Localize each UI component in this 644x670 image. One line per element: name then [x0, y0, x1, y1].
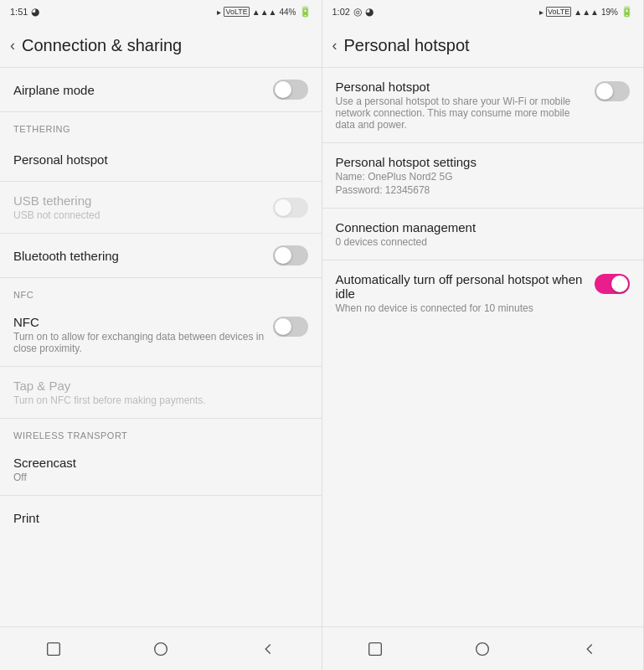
left-status-bar: 1:51 ◕ ▸ VoLTE ▲▲▲ 44% 🔋	[0, 0, 322, 23]
hotspot-main-toggle[interactable]	[595, 81, 630, 101]
instagram-icon: ◕	[365, 6, 374, 18]
print-row[interactable]: Print	[0, 496, 322, 539]
left-page-title: Connection & sharing	[22, 36, 182, 55]
connection-mgmt-row[interactable]: Connection management 0 devices connecte…	[322, 209, 644, 260]
left-back-button[interactable]: ‹	[10, 37, 15, 54]
hotspot-settings-title: Personal hotspot settings	[336, 155, 631, 169]
left-nav-bar	[0, 626, 322, 670]
right-status-bar: 1:02 ◎ ◕ ▸ VoLTE ▲▲▲ 19% 🔋	[322, 0, 644, 23]
print-title: Print	[13, 511, 308, 525]
screencast-title: Screencast	[13, 456, 308, 470]
left-content: Airplane mode TETHERING Personal hotspot…	[0, 68, 322, 626]
left-nav-back[interactable]	[255, 636, 281, 662]
screencast-row[interactable]: Screencast Off	[0, 444, 322, 495]
nfc-toggle[interactable]	[273, 317, 308, 337]
hotspot-name-line: Name: OnePlus Nord2 5G	[336, 171, 631, 183]
right-volte-icon: VoLTE	[546, 7, 571, 17]
bluetooth-tethering-toggle[interactable]	[273, 245, 308, 265]
tap-pay-title: Tap & Pay	[13, 379, 308, 393]
usb-tethering-toggle	[273, 198, 308, 218]
right-top-bar: ‹ Personal hotspot	[322, 23, 644, 67]
right-page-title: Personal hotspot	[344, 36, 470, 55]
tethering-label: TETHERING	[0, 112, 322, 137]
tap-pay-sub: Turn on NFC first before making payments…	[13, 394, 308, 406]
usb-tethering-row: USB tethering USB not connected	[0, 182, 322, 233]
battery-icon: 🔋	[299, 6, 312, 18]
left-time: 1:51	[10, 7, 28, 17]
right-time: 1:02	[332, 7, 350, 17]
right-battery-text: 19%	[601, 8, 618, 17]
wireless-label: WIRELESS TRANSPORT	[0, 419, 322, 444]
right-nav-back[interactable]	[576, 636, 603, 662]
right-content: Personal hotspot Use a personal hotspot …	[322, 68, 644, 626]
nfc-row: NFC Turn on to allow for exchanging data…	[0, 303, 322, 366]
hotspot-password-line: Password: 12345678	[336, 184, 631, 196]
hotspot-toggle-title: Personal hotspot	[336, 80, 585, 94]
usb-tethering-title: USB tethering	[13, 193, 273, 208]
battery-text: 44%	[279, 8, 296, 17]
hotspot-toggle-sub: Use a personal hotspot to share your Wi-…	[336, 95, 585, 131]
hotspot-settings-row[interactable]: Personal hotspot settings Name: OnePlus …	[322, 143, 644, 208]
right-nav-bar	[322, 626, 644, 670]
right-wifi-icon: ▸	[539, 8, 544, 17]
svg-rect-2	[369, 642, 382, 655]
right-signal-icon: ▲▲▲	[574, 8, 599, 17]
nfc-label: NFC	[0, 278, 322, 303]
airplane-mode-title: Airplane mode	[13, 83, 273, 97]
auto-off-title: Automatically turn off personal hotspot …	[336, 272, 585, 301]
nfc-title: NFC	[13, 315, 273, 329]
svg-rect-0	[48, 642, 60, 655]
right-nav-circle[interactable]	[469, 636, 496, 662]
signal-icon: ▲▲▲	[252, 8, 277, 17]
right-phone-panel: 1:02 ◎ ◕ ▸ VoLTE ▲▲▲ 19% 🔋 ‹ Personal ho…	[322, 0, 645, 670]
hotspot-toggle-row: Personal hotspot Use a personal hotspot …	[322, 68, 644, 142]
personal-hotspot-row[interactable]: Personal hotspot	[0, 137, 322, 181]
nfc-sub: Turn on to allow for exchanging data bet…	[13, 331, 273, 354]
connection-mgmt-title: Connection management	[336, 220, 631, 234]
auto-off-sub: When no device is connected for 10 minut…	[336, 302, 585, 314]
right-nav-square[interactable]	[362, 636, 389, 662]
camera-icon: ◕	[31, 6, 39, 18]
bluetooth-tethering-row: Bluetooth tethering	[0, 234, 322, 277]
tap-pay-row: Tap & Pay Turn on NFC first before makin…	[0, 367, 322, 418]
right-battery-icon: 🔋	[621, 6, 633, 18]
auto-off-toggle[interactable]	[595, 274, 630, 294]
screencast-sub: Off	[13, 472, 308, 483]
svg-point-1	[154, 642, 167, 655]
left-top-bar: ‹ Connection & sharing	[0, 23, 322, 67]
svg-point-3	[477, 642, 489, 655]
left-nav-square[interactable]	[40, 636, 67, 662]
snapchat-icon: ◎	[353, 6, 362, 18]
volte-icon: VoLTE	[224, 7, 249, 17]
connection-mgmt-sub: 0 devices connected	[336, 236, 631, 248]
left-phone-panel: 1:51 ◕ ▸ VoLTE ▲▲▲ 44% 🔋 ‹ Connection & …	[0, 0, 322, 670]
left-nav-circle[interactable]	[147, 636, 174, 662]
airplane-mode-toggle[interactable]	[273, 80, 308, 100]
right-back-button[interactable]: ‹	[332, 37, 337, 54]
auto-off-row: Automatically turn off personal hotspot …	[322, 260, 644, 326]
airplane-mode-row: Airplane mode	[0, 68, 322, 111]
bluetooth-tethering-title: Bluetooth tethering	[13, 249, 273, 263]
usb-tethering-sub: USB not connected	[13, 209, 273, 221]
wifi-icon: ▸	[217, 8, 221, 17]
personal-hotspot-title: Personal hotspot	[13, 152, 308, 167]
